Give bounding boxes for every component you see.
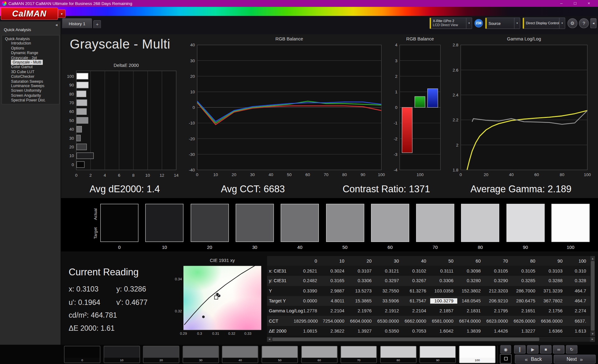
table-cell[interactable]: 6626.0000: [512, 318, 539, 324]
scroll-down-arrow[interactable]: ▼: [591, 331, 595, 336]
table-cell[interactable]: 1.4426: [485, 328, 512, 334]
table-cell[interactable]: 100.3279: [430, 298, 458, 304]
sidebar-item-3d-cube-lut[interactable]: 3D Cube LUT: [2, 70, 59, 74]
back-button[interactable]: « Back: [515, 355, 552, 363]
pattern-level-button-70[interactable]: 70: [341, 346, 377, 363]
scroll-left-arrow[interactable]: ◄: [267, 337, 272, 342]
table-cell[interactable]: 1.6366: [539, 328, 567, 334]
table-cell[interactable]: 1.2778: [294, 308, 321, 314]
sidebar-item-introduction[interactable]: Introduction: [2, 41, 59, 46]
table-cell[interactable]: 6637.: [566, 318, 588, 324]
table-cell[interactable]: 0.328: [566, 278, 588, 283]
table-cell[interactable]: 13.5273: [348, 288, 376, 294]
table-cell[interactable]: 2.3622: [321, 328, 348, 334]
loop-button[interactable]: ∞: [553, 345, 565, 353]
table-cell[interactable]: 0.3098: [457, 268, 485, 273]
table-cell[interactable]: 0.0000: [294, 298, 321, 304]
table-cell[interactable]: 2.1857: [430, 308, 458, 314]
pattern-level-button-50[interactable]: 50: [262, 346, 298, 363]
source-dropdown[interactable]: Source ▼: [485, 17, 520, 29]
sidebar-item-options[interactable]: Options: [2, 46, 59, 51]
maximize-button[interactable]: □: [569, 0, 582, 7]
table-cell[interactable]: 0.3306: [430, 278, 458, 283]
pattern-level-button-90[interactable]: 90: [420, 346, 456, 363]
table-cell[interactable]: 0.2482: [294, 278, 321, 283]
table-cell[interactable]: 0.3390: [294, 288, 321, 294]
pattern-level-button-40[interactable]: 40: [222, 346, 258, 363]
table-cell[interactable]: 1.3927: [348, 328, 376, 334]
table-cell[interactable]: 280.6475: [512, 298, 539, 304]
table-cell[interactable]: 464.7: [566, 298, 588, 304]
pattern-window-button[interactable]: ◉: [501, 345, 511, 353]
table-cell[interactable]: 33.5906: [376, 298, 403, 304]
table-cell[interactable]: 1.3839: [457, 328, 485, 334]
sidebar-item-dynamic-range[interactable]: Dynamic Range: [2, 51, 59, 55]
table-cell[interactable]: 2.1756: [539, 308, 567, 314]
sidebar-item-colorchecker[interactable]: ColorChecker: [2, 74, 59, 79]
table-cell[interactable]: 152.3802: [457, 288, 485, 294]
sidebar-item-color-gamut[interactable]: Color Gamut: [2, 65, 59, 70]
table-cell[interactable]: 0.310: [566, 268, 588, 273]
table-cell[interactable]: 1.613: [566, 328, 588, 334]
table-cell[interactable]: 1.0815: [294, 328, 321, 334]
settings-button[interactable]: ⚙: [567, 18, 577, 28]
table-cell[interactable]: 2.9887: [321, 288, 348, 294]
table-cell[interactable]: 0.2621: [294, 268, 321, 273]
sidebar-collapse-button[interactable]: ◄: [53, 22, 59, 28]
table-cell[interactable]: 6530.0000: [376, 318, 403, 324]
table-cell[interactable]: 61.3276: [403, 288, 430, 294]
table-cell[interactable]: 0.3165: [321, 278, 348, 283]
horizontal-scroll-thumb[interactable]: [272, 338, 539, 341]
pattern-level-button-30[interactable]: 30: [183, 346, 219, 363]
pattern-preview[interactable]: [500, 354, 511, 363]
table-cell[interactable]: 103.0358: [430, 288, 458, 294]
pattern-level-button-0[interactable]: 0: [64, 346, 100, 363]
refresh-button[interactable]: ↻: [566, 345, 577, 353]
table-cell[interactable]: 2.274: [566, 308, 588, 314]
table-cell[interactable]: 2.2104: [403, 308, 430, 314]
table-cell[interactable]: 0.3111: [430, 268, 458, 273]
table-cell[interactable]: 0.3103: [539, 268, 567, 273]
table-cell[interactable]: 6662.0000: [403, 318, 430, 324]
table-cell[interactable]: 0.3285: [512, 278, 539, 283]
table-cell[interactable]: 367.7802: [539, 298, 567, 304]
table-cell[interactable]: 0.3297: [376, 278, 403, 283]
pattern-level-button-20[interactable]: 20: [143, 346, 179, 363]
pattern-level-button-80[interactable]: 80: [380, 346, 416, 363]
table-cell[interactable]: 2.1651: [512, 308, 539, 314]
table-cell[interactable]: 0.3121: [376, 268, 403, 273]
display-control-dropdown[interactable]: Direct Display Control ▼: [523, 17, 565, 29]
panel-collapse-button[interactable]: ◄: [591, 18, 597, 28]
table-cell[interactable]: 206.9210: [485, 298, 512, 304]
table-horizontal-scrollbar[interactable]: ◄ ►: [267, 337, 595, 342]
table-cell[interactable]: 0.3288: [539, 278, 567, 283]
table-cell[interactable]: 6604.0000: [348, 318, 376, 324]
pattern-level-button-100[interactable]: 100: [459, 346, 495, 363]
table-cell[interactable]: 286.7000: [512, 288, 539, 294]
table-cell[interactable]: 18295.0000: [294, 318, 321, 324]
sidebar-item-saturation-sweeps[interactable]: Saturation Sweeps: [2, 79, 59, 84]
table-cell[interactable]: 148.0545: [457, 298, 485, 304]
add-tab-button[interactable]: +: [93, 20, 101, 28]
vertical-scroll-thumb[interactable]: [591, 261, 595, 331]
table-cell[interactable]: 7254.0000: [321, 318, 348, 324]
pause-button[interactable]: ║: [514, 345, 526, 353]
sidebar-item-grayscale-multi[interactable]: Grayscale - Multi: [2, 60, 59, 65]
table-cell[interactable]: 6581.0000: [430, 318, 458, 324]
logo-dropdown-button[interactable]: ▼: [58, 10, 65, 18]
table-cell[interactable]: 6623.0000: [485, 318, 512, 324]
meter-dropdown[interactable]: X-Rite i1Pro 2 LCD Direct View ▼: [430, 17, 472, 29]
table-cell[interactable]: 61.7547: [403, 298, 430, 304]
table-cell[interactable]: 6636.0000: [539, 318, 567, 324]
table-cell[interactable]: 1.3227: [512, 328, 539, 334]
table-cell[interactable]: 32.7550: [376, 288, 403, 294]
table-cell[interactable]: 0.3306: [348, 278, 376, 283]
play-button[interactable]: ▶: [527, 345, 539, 353]
table-cell[interactable]: 464.7: [566, 288, 588, 294]
next-button[interactable]: Next »: [554, 355, 596, 363]
table-cell[interactable]: 2.1795: [485, 308, 512, 314]
minimize-button[interactable]: –: [555, 0, 568, 7]
table-cell[interactable]: 15.3865: [348, 298, 376, 304]
table-cell[interactable]: 4.8011: [321, 298, 348, 304]
table-cell[interactable]: 0.7053: [403, 328, 430, 334]
